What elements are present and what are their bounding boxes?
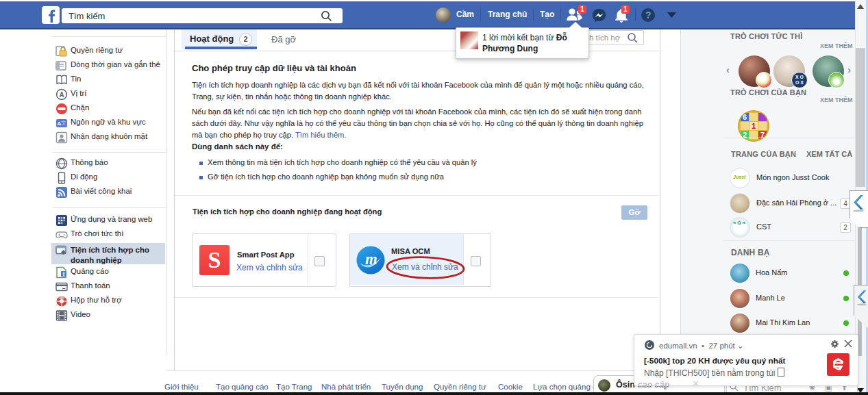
svg-text:A: A [59,91,64,99]
svg-text:1: 1 [752,122,756,130]
svg-text:m: m [365,251,377,268]
svg-text:文: 文 [62,120,66,125]
